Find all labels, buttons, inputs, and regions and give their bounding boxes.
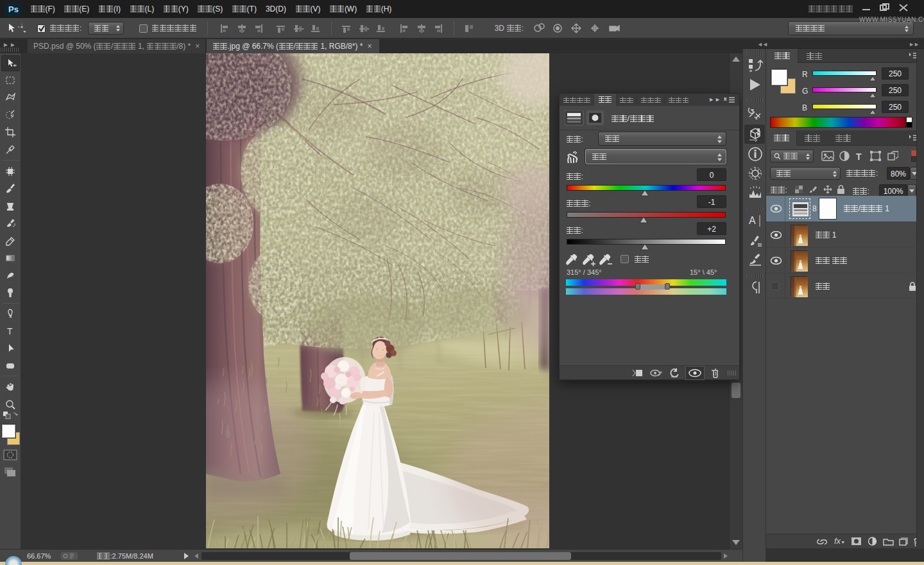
svg-text:T: T — [7, 326, 13, 336]
svg-text:A: A — [749, 215, 756, 226]
